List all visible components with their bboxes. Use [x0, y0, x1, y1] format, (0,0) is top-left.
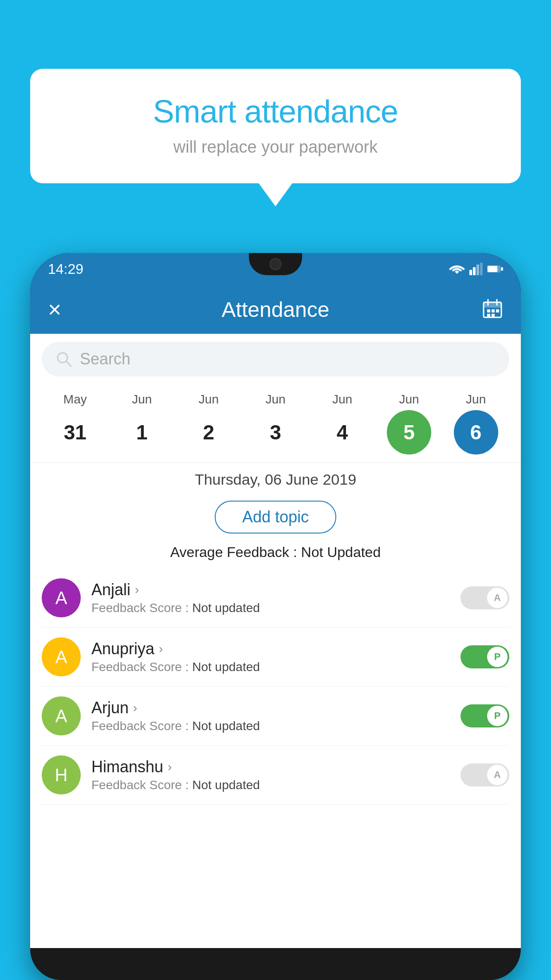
feedback-value: Not updated — [192, 660, 260, 674]
feedback-value: Not updated — [192, 778, 260, 792]
wifi-icon — [449, 263, 465, 275]
date-wrapper-5[interactable]: 5 — [382, 410, 436, 454]
date-0: 31 — [48, 420, 102, 444]
search-icon — [55, 350, 73, 368]
calendar-dates-row: 31 1 2 3 4 5 6 — [42, 410, 509, 454]
phone-content: Search May Jun Jun Jun Jun Jun Jun 31 1 … — [30, 334, 521, 948]
chevron-icon: › — [135, 583, 139, 597]
date-1: 1 — [115, 420, 169, 444]
toggle-knob-himanshu: A — [487, 765, 508, 785]
chevron-icon: › — [133, 701, 137, 715]
svg-rect-11 — [487, 309, 490, 312]
date-wrapper-6[interactable]: 6 — [449, 410, 503, 454]
student-info-anupriya: Anupriya › Feedback Score : Not updated — [91, 640, 450, 674]
svg-rect-3 — [480, 263, 483, 275]
avg-feedback-value: Not Updated — [301, 544, 381, 560]
month-2: Jun — [182, 392, 235, 407]
date-3: 3 — [249, 420, 302, 444]
app-bar: × Attendance — [30, 285, 521, 334]
svg-line-17 — [66, 361, 71, 366]
chevron-icon: › — [159, 642, 163, 656]
toggle-knob-arjun: P — [487, 706, 508, 726]
svg-rect-2 — [476, 265, 479, 275]
app-bar-title: Attendance — [222, 297, 330, 322]
toggle-knob-anjali: A — [487, 588, 508, 608]
month-6: Jun — [449, 392, 503, 407]
feedback-value: Not updated — [192, 719, 260, 733]
student-info-himanshu: Himanshu › Feedback Score : Not updated — [91, 758, 450, 792]
feedback-value: Not updated — [192, 601, 260, 615]
svg-rect-12 — [492, 309, 495, 312]
svg-rect-13 — [496, 309, 499, 312]
avatar-arjun: A — [42, 696, 81, 735]
calendar-months-row: May Jun Jun Jun Jun Jun Jun — [42, 392, 509, 407]
speech-bubble: Smart attendance will replace your paper… — [30, 69, 521, 183]
date-selected: 6 — [454, 410, 498, 454]
status-icons — [449, 263, 503, 275]
phone-frame: 14:29 × — [30, 253, 521, 980]
front-camera — [269, 258, 282, 270]
student-list: A Anjali › Feedback Score : Not updated … — [30, 569, 521, 805]
toggle-switch-himanshu[interactable]: A — [460, 763, 509, 786]
bubble-subtitle: will replace your paperwork — [57, 138, 494, 157]
toggle-switch-arjun[interactable]: P — [460, 704, 509, 727]
close-button[interactable]: × — [48, 298, 61, 321]
student-item-arjun[interactable]: A Arjun › Feedback Score : Not updated P — [42, 687, 509, 746]
toggle-knob-anupriya: P — [487, 647, 508, 667]
battery-icon — [487, 265, 503, 273]
search-placeholder: Search — [80, 350, 130, 368]
avg-feedback-label: Average Feedback : — [170, 544, 301, 560]
toggle-himanshu[interactable]: A — [460, 763, 509, 786]
student-feedback-anjali: Feedback Score : Not updated — [91, 601, 450, 615]
svg-rect-8 — [484, 302, 501, 308]
student-name-himanshu: Himanshu › — [91, 758, 450, 776]
toggle-anupriya[interactable]: P — [460, 645, 509, 668]
toggle-switch-anjali[interactable]: A — [460, 586, 509, 609]
date-wrapper-4[interactable]: 4 — [316, 420, 369, 444]
signal-icon — [469, 263, 483, 275]
add-topic-container: Add topic — [30, 494, 521, 540]
toggle-arjun[interactable]: P — [460, 704, 509, 727]
avatar-anupriya: A — [42, 637, 81, 676]
add-topic-button[interactable]: Add topic — [215, 501, 336, 533]
svg-rect-6 — [501, 267, 503, 271]
bubble-title: Smart attendance — [57, 93, 494, 130]
student-feedback-arjun: Feedback Score : Not updated — [91, 719, 450, 733]
student-name-arjun: Arjun › — [91, 699, 450, 717]
svg-rect-5 — [488, 266, 497, 272]
date-wrapper-2[interactable]: 2 — [182, 420, 235, 444]
avg-feedback: Average Feedback : Not Updated — [30, 540, 521, 569]
search-bar[interactable]: Search — [42, 342, 509, 376]
date-today: 5 — [387, 410, 431, 454]
speech-bubble-container: Smart attendance will replace your paper… — [30, 69, 521, 183]
date-4: 4 — [316, 420, 369, 444]
month-3: Jun — [249, 392, 302, 407]
student-item-anjali[interactable]: A Anjali › Feedback Score : Not updated … — [42, 569, 509, 628]
month-1: Jun — [115, 392, 169, 407]
toggle-anjali[interactable]: A — [460, 586, 509, 609]
svg-rect-15 — [492, 314, 495, 317]
student-name-anjali: Anjali › — [91, 581, 450, 599]
date-wrapper-3[interactable]: 3 — [249, 420, 302, 444]
month-5: Jun — [382, 392, 436, 407]
svg-rect-0 — [469, 270, 472, 275]
phone-notch — [249, 253, 302, 275]
student-feedback-anupriya: Feedback Score : Not updated — [91, 660, 450, 674]
calendar-icon[interactable] — [482, 298, 503, 321]
toggle-switch-anupriya[interactable]: P — [460, 645, 509, 668]
avatar-anjali: A — [42, 578, 81, 617]
selected-date-label: Thursday, 06 June 2019 — [30, 462, 521, 494]
student-info-arjun: Arjun › Feedback Score : Not updated — [91, 699, 450, 733]
student-feedback-himanshu: Feedback Score : Not updated — [91, 778, 450, 792]
student-info-anjali: Anjali › Feedback Score : Not updated — [91, 581, 450, 615]
month-4: Jun — [316, 392, 369, 407]
date-wrapper-0[interactable]: 31 — [48, 420, 102, 444]
chevron-icon: › — [168, 760, 172, 774]
status-time: 14:29 — [48, 261, 83, 277]
avatar-himanshu: H — [42, 755, 81, 794]
student-item-himanshu[interactable]: H Himanshu › Feedback Score : Not update… — [42, 746, 509, 805]
svg-rect-1 — [473, 267, 476, 275]
date-2: 2 — [182, 420, 235, 444]
student-item-anupriya[interactable]: A Anupriya › Feedback Score : Not update… — [42, 628, 509, 687]
date-wrapper-1[interactable]: 1 — [115, 420, 169, 444]
